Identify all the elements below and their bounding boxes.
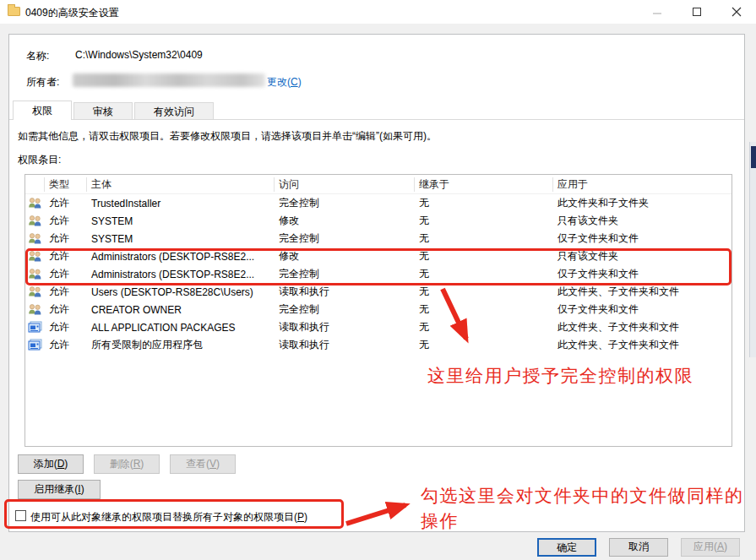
entry-inherited-from: 无 <box>415 214 553 228</box>
enable-inheritance-button[interactable]: 启用继承(I) <box>18 480 101 499</box>
owner-value-redacted <box>73 73 265 87</box>
entry-applies-to: 仅子文件夹和文件 <box>553 267 732 281</box>
entry-access: 修改 <box>275 214 415 228</box>
users-icon <box>25 268 45 280</box>
minimize-button[interactable] <box>637 0 677 24</box>
entry-access: 完全控制 <box>275 302 415 317</box>
close-icon <box>732 7 742 17</box>
permission-table-body: 允许 TrustedInstaller 完全控制 无 此文件夹和子文件夹 <box>25 194 732 354</box>
tab-permissions[interactable]: 权限 <box>13 101 72 120</box>
entry-access: 完全控制 <box>275 231 415 246</box>
header-applies-to[interactable]: 应用于 <box>553 177 732 192</box>
entry-inherited-from: 无 <box>415 196 553 210</box>
users-icon <box>25 215 45 227</box>
entry-principal: CREATOR OWNER <box>87 304 275 316</box>
tab-strip-divider <box>9 119 744 120</box>
add-button[interactable]: 添加(D) <box>18 454 84 474</box>
entry-access: 修改 <box>275 249 415 264</box>
permission-entry-row[interactable]: 允许 ALL APPLICATION PACKAGES 读取和执行 无 此文件夹… <box>25 318 732 336</box>
permission-entry-row[interactable]: 允许 Administrators (DESKTOP-RS8E2... 修改 无… <box>25 247 732 265</box>
permission-entry-row[interactable]: 允许 Users (DESKTOP-RS8E28C\Users) 读取和执行 无… <box>25 283 732 301</box>
maximize-button[interactable] <box>677 0 716 24</box>
app-package-icon <box>25 321 45 334</box>
replace-permissions-label: 使用可从此对象继承的权限项目替换所有子对象的权限项目(P) <box>30 510 307 525</box>
header-type[interactable]: 类型 <box>45 177 87 192</box>
entry-principal: Administrators (DESKTOP-RS8E2... <box>87 269 275 280</box>
app-package-icon <box>25 339 45 351</box>
entry-principal: Administrators (DESKTOP-RS8E2... <box>87 251 275 263</box>
entry-type: 允许 <box>45 285 87 299</box>
folder-icon <box>8 7 20 16</box>
name-value: C:\Windows\System32\0409 <box>75 49 203 61</box>
entry-access: 读取和执行 <box>275 285 415 299</box>
entry-access: 读取和执行 <box>275 320 415 334</box>
entry-applies-to: 此文件夹、子文件夹和文件 <box>553 285 732 299</box>
entry-type: 允许 <box>45 338 87 352</box>
entry-access: 读取和执行 <box>275 338 415 352</box>
entry-type: 允许 <box>45 320 87 334</box>
dialog-body: 名称: C:\Windows\System32\0409 所有者: 更改(C) … <box>8 34 745 532</box>
tab-strip: 权限 审核 有效访问 <box>13 101 215 120</box>
permission-entries-table: 类型 主体 访问 继承于 应用于 <box>24 174 732 447</box>
entry-inherited-from: 无 <box>415 302 553 317</box>
permission-entry-row[interactable]: 允许 Administrators (DESKTOP-RS8E2... 完全控制… <box>25 265 732 283</box>
window-title: 0409的高级安全设置 <box>25 6 119 20</box>
tab-auditing[interactable]: 审核 <box>73 102 133 120</box>
header-icon-column <box>25 177 45 192</box>
entry-applies-to: 仅子文件夹和文件 <box>553 231 732 246</box>
entry-applies-to: 仅子文件夹和文件 <box>553 302 732 317</box>
entry-type: 允许 <box>45 302 87 317</box>
permission-entry-row[interactable]: 允许 CREATOR OWNER 完全控制 无 仅子文件夹和文件 <box>25 301 732 318</box>
users-icon <box>25 232 45 245</box>
entry-principal: SYSTEM <box>87 215 275 227</box>
replace-permissions-checkbox[interactable] <box>15 510 26 521</box>
minimize-icon <box>652 7 662 17</box>
entry-principal: Users (DESKTOP-RS8E28C\Users) <box>87 286 275 298</box>
entry-inherited-from: 无 <box>415 285 553 299</box>
entry-applies-to: 此文件夹、子文件夹和文件 <box>553 338 732 352</box>
entry-principal: 所有受限制的应用程序包 <box>87 338 275 352</box>
entry-principal: SYSTEM <box>87 233 275 245</box>
users-icon <box>25 285 45 298</box>
maximize-icon <box>692 7 702 17</box>
header-access[interactable]: 访问 <box>275 177 415 192</box>
entry-applies-to: 只有该文件夹 <box>553 214 732 228</box>
users-icon <box>25 197 45 209</box>
entry-principal: ALL APPLICATION PACKAGES <box>87 322 275 334</box>
permission-entry-row[interactable]: 允许 SYSTEM 修改 无 只有该文件夹 <box>25 212 732 230</box>
cancel-button[interactable]: 取消 <box>609 538 668 557</box>
entry-type: 允许 <box>45 196 87 210</box>
entry-access: 完全控制 <box>275 267 415 281</box>
window-controls <box>637 0 756 24</box>
remove-button[interactable]: 删除(R) <box>94 454 160 474</box>
background-window-accent <box>751 146 756 168</box>
entry-inherited-from: 无 <box>415 267 553 281</box>
owner-label: 所有者: <box>26 75 59 90</box>
title-bar: 0409的高级安全设置 <box>0 0 756 24</box>
users-icon <box>25 303 45 316</box>
entry-access: 完全控制 <box>275 196 415 210</box>
change-owner-link[interactable]: 更改(C) <box>267 75 302 90</box>
tab-effective-access[interactable]: 有效访问 <box>134 102 214 120</box>
entries-label: 权限条目: <box>18 153 61 167</box>
background-window-fragment <box>749 142 756 357</box>
entry-inherited-from: 无 <box>415 320 553 334</box>
view-button[interactable]: 查看(V) <box>170 454 236 474</box>
header-inherited-from[interactable]: 继承于 <box>415 177 553 192</box>
permission-entry-row[interactable]: 允许 SYSTEM 完全控制 无 仅子文件夹和文件 <box>25 230 732 247</box>
permission-entry-row[interactable]: 允许 所有受限制的应用程序包 读取和执行 无 此文件夹、子文件夹和文件 <box>25 336 732 354</box>
entry-type: 允许 <box>45 231 87 246</box>
header-principal[interactable]: 主体 <box>87 177 275 192</box>
instruction-text: 如需其他信息，请双击权限项目。若要修改权限项目，请选择该项目并单击“编辑”(如果… <box>18 129 437 144</box>
entry-principal: TrustedInstaller <box>87 198 275 209</box>
entry-inherited-from: 无 <box>415 338 553 352</box>
entry-type: 允许 <box>45 214 87 228</box>
entry-applies-to: 此文件夹和子文件夹 <box>553 196 732 210</box>
apply-button[interactable]: 应用(A) <box>681 538 740 557</box>
advanced-security-dialog: { "window": { "title": "0409的高级安全设置" }, … <box>0 0 756 560</box>
permission-entry-row[interactable]: 允许 TrustedInstaller 完全控制 无 此文件夹和子文件夹 <box>25 194 732 212</box>
close-button[interactable] <box>716 0 756 24</box>
ok-button[interactable]: 确定 <box>537 538 596 557</box>
entry-applies-to: 只有该文件夹 <box>553 249 732 264</box>
entry-inherited-from: 无 <box>415 231 553 246</box>
